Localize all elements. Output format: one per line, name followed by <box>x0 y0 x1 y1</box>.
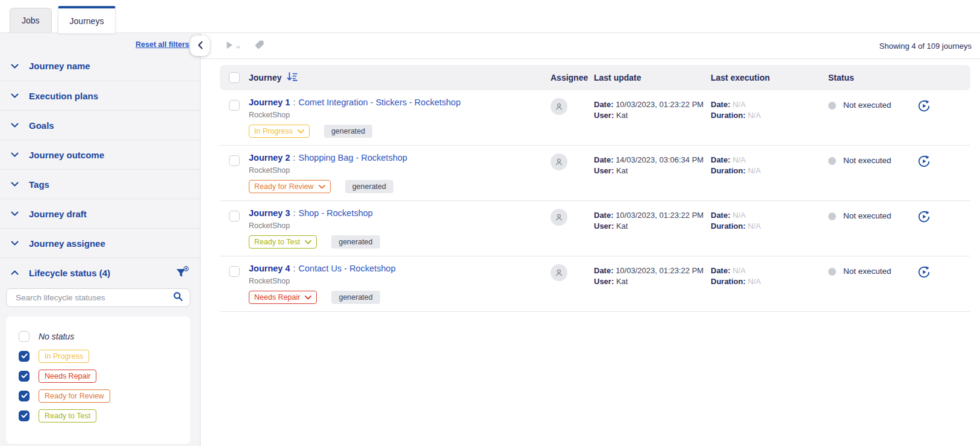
status-dot-icon <box>828 212 836 220</box>
journey-tag: generated <box>331 235 379 249</box>
duration-label: Duration: <box>711 166 746 175</box>
last-execution-cell: Date: N/A Duration: N/A <box>711 90 828 121</box>
avatar <box>551 98 567 115</box>
collapse-sidebar-button[interactable] <box>190 36 210 56</box>
chevron-down-icon <box>11 241 19 246</box>
update-date: 14/03/2023, 03:06:34 PM <box>616 155 704 164</box>
tab-jobs[interactable]: Jobs <box>10 8 52 33</box>
status-text: Not executed <box>843 156 891 165</box>
update-date: 10/03/2023, 01:23:22 PM <box>616 100 704 109</box>
status-badge[interactable]: Needs Repair <box>39 370 96 383</box>
table-row: Journey 2:Shopping Bag - Rocketshop Rock… <box>220 146 970 201</box>
sidebar-item-goals[interactable]: Goals <box>0 110 200 140</box>
date-label: Date: <box>711 155 731 164</box>
execution-duration: N/A <box>747 277 761 286</box>
journey-title: Contact Us - Rocketshop <box>299 264 396 273</box>
journey-link[interactable]: Journey 2:Shopping Bag - Rocketshop <box>249 153 407 163</box>
lifecycle-status-dropdown[interactable]: In Progress <box>249 125 310 138</box>
chevron-down-icon <box>11 93 19 98</box>
table-row: Journey 4:Contact Us - Rocketshop Rocket… <box>220 256 970 312</box>
content: Reset all filters Journey name Execution… <box>0 33 980 446</box>
filter-section-label: Journey outcome <box>29 150 104 160</box>
filter-section-label: Journey draft <box>29 209 87 219</box>
play-icon <box>225 40 234 52</box>
search-input[interactable] <box>14 293 168 303</box>
sidebar-item-execution-plans[interactable]: Execution plans <box>0 81 200 110</box>
chevron-down-icon <box>319 185 325 189</box>
row-checkbox[interactable] <box>229 211 240 221</box>
sort-descending-icon[interactable] <box>287 72 298 83</box>
update-user: Kat <box>616 221 628 231</box>
run-journey-button[interactable] <box>917 155 931 168</box>
list-item: In Progress <box>6 346 190 366</box>
status-cell: Not executed <box>828 146 913 165</box>
filter-section-label: Journey assignee <box>29 238 105 249</box>
last-update-cell: Date: 14/03/2023, 03:06:34 PM User: Kat <box>594 146 711 176</box>
funnel-clear-icon[interactable] <box>175 266 189 279</box>
journey-separator: : <box>293 153 296 163</box>
select-all-checkbox[interactable] <box>229 72 240 83</box>
chevron-down-icon <box>11 211 19 216</box>
lifecycle-status-label: In Progress <box>254 127 293 135</box>
status-checkbox-ready-to-test[interactable] <box>19 410 30 421</box>
status-badge[interactable]: Ready for Review <box>39 389 110 403</box>
reset-all-filters-link[interactable]: Reset all filters <box>136 40 189 49</box>
list-item: Ready to Test <box>6 406 190 426</box>
sidebar-item-lifecycle-status[interactable]: Lifecycle status (4) <box>0 258 200 287</box>
journey-link[interactable]: Journey 3:Shop - Rocketshop <box>249 208 373 218</box>
row-checkbox[interactable] <box>229 100 240 111</box>
person-icon <box>554 267 564 278</box>
filter-sections: Journey name Execution plans Goals Journ… <box>0 51 200 287</box>
status-badge[interactable]: In Progress <box>39 350 89 363</box>
table-header-row: Journey Assignee Last update Last execut… <box>220 65 970 90</box>
sidebar-item-journey-draft[interactable]: Journey draft <box>0 199 200 228</box>
sidebar-item-journey-outcome[interactable]: Journey outcome <box>0 140 200 169</box>
run-journey-button[interactable] <box>917 210 931 223</box>
run-selected-button[interactable] <box>225 40 240 52</box>
journey-name: Journey 2 <box>249 153 290 163</box>
status-text: Not executed <box>843 101 891 110</box>
execution-duration: N/A <box>747 166 761 175</box>
update-user: Kat <box>616 166 628 175</box>
date-label: Date: <box>711 266 731 275</box>
column-header-journey[interactable]: Journey <box>249 73 281 82</box>
row-checkbox[interactable] <box>229 155 240 166</box>
update-date: 10/03/2023, 01:23:22 PM <box>616 266 704 275</box>
run-journey-button[interactable] <box>917 265 931 279</box>
sidebar-item-journey-assignee[interactable]: Journey assignee <box>0 228 200 258</box>
sidebar-item-tags[interactable]: Tags <box>0 169 200 199</box>
status-checkbox-no-status[interactable] <box>19 331 30 342</box>
journey-separator: : <box>293 208 296 218</box>
run-journey-button[interactable] <box>917 99 931 113</box>
lifecycle-status-dropdown[interactable]: Needs Repair <box>249 291 317 304</box>
row-checkbox[interactable] <box>229 266 240 277</box>
journey-link[interactable]: Journey 1:Comet Integration - Stickers -… <box>249 98 461 107</box>
lifecycle-status-dropdown[interactable]: Ready for Review <box>249 180 331 193</box>
showing-count-text: Showing 4 of 109 journeys <box>879 42 972 51</box>
sidebar-top: Reset all filters <box>0 33 200 51</box>
column-header-assignee: Assignee <box>551 73 594 82</box>
date-label: Date: <box>711 100 731 109</box>
last-update-cell: Date: 10/03/2023, 01:23:22 PM User: Kat <box>594 201 711 232</box>
list-item: No status <box>6 326 190 346</box>
status-checkbox-ready-for-review[interactable] <box>19 391 30 401</box>
journey-subtitle: RocketShop <box>249 110 551 120</box>
lifecycle-status-dropdown[interactable]: Ready to Test <box>249 235 317 249</box>
date-label: Date: <box>594 155 614 164</box>
chevron-up-icon <box>11 270 19 275</box>
chevron-down-icon <box>11 123 19 128</box>
chevron-down-icon <box>298 129 304 134</box>
journey-link[interactable]: Journey 4:Contact Us - Rocketshop <box>249 264 396 273</box>
status-checkbox-needs-repair[interactable] <box>19 371 30 382</box>
run-journey-icon <box>917 99 931 113</box>
status-badge[interactable]: Ready to Test <box>39 409 96 423</box>
journey-name: Journey 4 <box>249 264 290 273</box>
tag-selected-button[interactable] <box>254 39 265 52</box>
lifecycle-search-box <box>6 288 190 307</box>
tab-journeys-label: Journeys <box>70 16 104 26</box>
status-checkbox-in-progress[interactable] <box>19 351 30 362</box>
run-journey-icon <box>917 155 931 168</box>
status-label[interactable]: No status <box>39 332 74 341</box>
tab-journeys[interactable]: Journeys <box>58 6 116 33</box>
sidebar-item-journey-name[interactable]: Journey name <box>0 51 200 81</box>
